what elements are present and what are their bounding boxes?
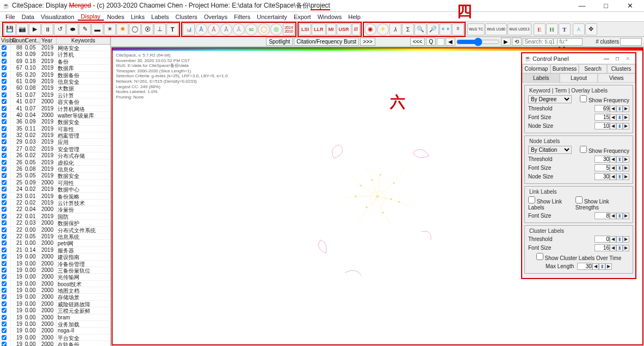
table-row[interactable]: 190.002000boost技术	[0, 281, 110, 287]
cluster-d-icon[interactable]: Å	[233, 23, 245, 35]
table-row[interactable]: 250.092000可用性	[0, 180, 110, 186]
back-button[interactable]: <<<	[410, 38, 425, 46]
table-row[interactable]: 190.002000nsga-II	[0, 328, 110, 334]
menu-links[interactable]: Links	[127, 14, 148, 20]
table-row[interactable]: 690.182019备份	[0, 58, 110, 65]
chart-icon[interactable]: 📊	[183, 23, 195, 35]
table-row[interactable]: 260.082019信息化	[0, 166, 110, 172]
nodesize-2-input[interactable]	[595, 173, 610, 180]
tab-layout[interactable]: Layout	[560, 73, 597, 83]
zoom-slider[interactable]	[456, 39, 500, 45]
maxlen-input[interactable]	[577, 263, 592, 270]
table-row[interactable]: 360.092019数据安全	[0, 119, 110, 125]
slider-right[interactable]: ▶	[501, 38, 511, 46]
algo-llr-button[interactable]: LLR	[312, 23, 326, 35]
threshold-4-input[interactable]	[595, 236, 610, 243]
menu-filters[interactable]: Filters	[231, 14, 253, 20]
table-row[interactable]: 230.012019备份策略	[0, 193, 110, 200]
table-row[interactable]: 650.202019数据备份	[0, 72, 110, 78]
circle-icon[interactable]: ◯	[129, 23, 141, 35]
table-row[interactable]: 220.032000数据保护	[0, 220, 110, 226]
letter-T-button[interactable]: T	[559, 23, 571, 35]
table-row[interactable]: 190.002000平台安全	[0, 335, 110, 341]
brush-icon[interactable]: ✎	[79, 23, 91, 35]
table-row[interactable]: 410.072000容灾备份	[0, 98, 110, 105]
algo-lsi-button[interactable]: LSI	[299, 23, 311, 35]
sun2-icon[interactable]: ☀	[377, 23, 389, 35]
wos-button[interactable]: WoS U180	[485, 23, 507, 35]
table-row[interactable]: 220.042000冷量份	[0, 206, 110, 213]
letter-H-button[interactable]: H	[546, 23, 558, 35]
menu-help[interactable]: Help	[345, 14, 364, 20]
menu-export[interactable]: Export	[290, 14, 314, 20]
menu-data[interactable]: Data	[18, 14, 38, 20]
menu-clusters[interactable]: Clusters	[172, 14, 201, 20]
table-row[interactable]: 260.022019分布式存储	[0, 152, 110, 159]
clusters-input[interactable]	[620, 38, 642, 46]
table-row[interactable]: 220.052019信息系统	[0, 233, 110, 240]
by-citation-select[interactable]: By Citation	[528, 146, 572, 154]
record-icon[interactable]: ◉	[364, 23, 376, 35]
fontsize-4-input[interactable]	[595, 244, 610, 251]
table-row[interactable]: 210.142019服务器	[0, 247, 110, 254]
citation-burst-button[interactable]: Citation/Frequency Burst	[294, 38, 359, 46]
table-row[interactable]: 190.002000建设指南	[0, 254, 110, 260]
show-link-labels-check[interactable]	[528, 196, 535, 203]
burst-icon[interactable]: ✹	[116, 23, 128, 35]
tab-burstness[interactable]: Burstness	[550, 64, 579, 73]
table-row[interactable]: 600.082019大数据	[0, 85, 110, 91]
sigma-icon[interactable]: Σ	[402, 23, 414, 35]
table-row[interactable]: 220.002000分布式文件系统	[0, 227, 110, 233]
sc-icon[interactable]: sc	[245, 23, 257, 35]
show-freq-check-2[interactable]	[580, 146, 587, 153]
algo-mi-button[interactable]: MI	[326, 23, 336, 35]
cp-min-icon[interactable]: —	[600, 55, 612, 61]
menu-uncertainty[interactable]: Uncertainty	[253, 14, 290, 20]
cluster-c-icon[interactable]: Å	[220, 23, 232, 35]
connect-icon[interactable]: ⚬⚬	[439, 23, 451, 35]
tab-search[interactable]: Search	[579, 64, 607, 73]
algo-usr-button[interactable]: USR	[337, 23, 351, 35]
tree-icon[interactable]: ⊥	[154, 23, 166, 35]
horizon-icon[interactable]: ▬	[91, 23, 103, 35]
table-row[interactable]: 190.002000在轨备份	[0, 341, 110, 346]
table-row[interactable]: 270.022019安全管理	[0, 146, 110, 152]
threshold-1-input[interactable]	[595, 105, 610, 112]
go-button[interactable]: >>>	[360, 38, 375, 46]
q-input[interactable]	[437, 38, 444, 46]
timeline-icon[interactable]: 20142016	[283, 23, 295, 35]
lambda-icon[interactable]: λ	[389, 23, 401, 35]
nodesize-1-input[interactable]	[595, 122, 610, 129]
cluster-b-icon[interactable]: Å	[208, 23, 220, 35]
table-row[interactable]: 400.042000walter等级量库	[0, 112, 110, 119]
node-icon[interactable]: ⦿	[141, 23, 153, 35]
menu-overlays[interactable]: Overlays	[201, 14, 231, 20]
fontsize-1-input[interactable]	[595, 114, 610, 121]
table-row[interactable]: 190.002000三模元全新鲜	[0, 307, 110, 314]
tab-views[interactable]: Views	[598, 73, 635, 83]
show-freq-check-1[interactable]	[580, 95, 587, 102]
menu-labels[interactable]: Labels	[148, 14, 172, 20]
play-icon[interactable]: ▶	[29, 23, 41, 35]
wos-button[interactable]: WoS TC	[467, 23, 485, 35]
table-row[interactable]: 190.002000光传输网	[0, 274, 110, 280]
zoom-in-icon[interactable]: 🔍	[414, 23, 426, 35]
target-icon[interactable]: ◎	[270, 23, 282, 35]
letter-E-button[interactable]: E	[534, 23, 546, 35]
pause-icon[interactable]: ⏸	[41, 23, 53, 35]
tab-clusters[interactable]: Clusters	[607, 64, 635, 73]
maximize-button[interactable]: □	[594, 0, 618, 12]
table-row[interactable]: 190.002000bram	[0, 314, 110, 321]
ellipse-icon[interactable]: ⬬	[66, 23, 78, 35]
algo-///-button[interactable]: ///	[352, 23, 361, 35]
ring-icon[interactable]: ◯	[258, 23, 270, 35]
people-icon[interactable]: ⋏	[573, 23, 585, 35]
close-button[interactable]: ✕	[618, 0, 642, 12]
table-row[interactable]: 190.002000地图文档	[0, 287, 110, 294]
table-row[interactable]: 410.072019计算机网络	[0, 106, 110, 112]
table-row[interactable]: 190.002000冷备份管理	[0, 261, 110, 267]
table-row[interactable]: 250.052019数据安全	[0, 172, 110, 179]
show-link-strengths-check[interactable]	[575, 196, 583, 203]
reset-icon[interactable]: ↺	[54, 23, 66, 35]
cp-max-icon[interactable]: □	[612, 55, 622, 61]
